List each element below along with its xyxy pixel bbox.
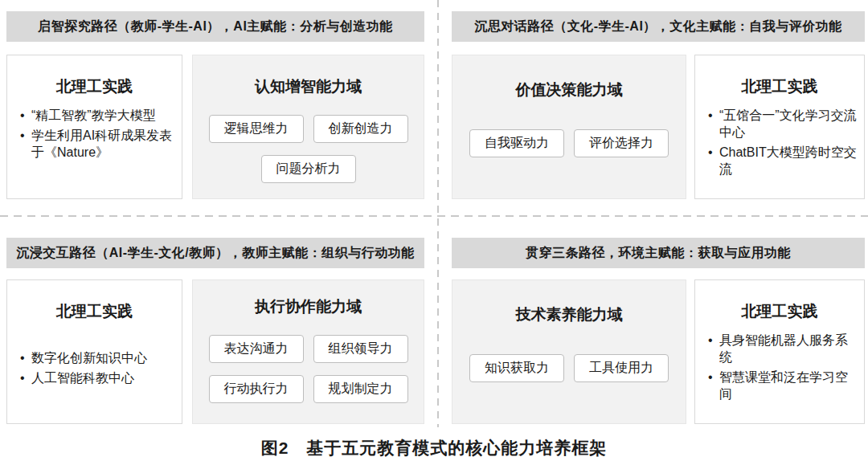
practice-bullet: “精工智教”教学大模型 bbox=[20, 107, 175, 124]
practice-bullet: 智慧课堂和泛在学习空间 bbox=[708, 369, 858, 402]
quadrant-body-bottom-left: 北理工实践 数字化创新知识中心 人工智能科教中心 执行协作能力域 表达沟通力 组… bbox=[6, 279, 424, 424]
capability-chip-self-drive: 自我驱动力 bbox=[469, 129, 564, 157]
quadrant-body-top-right: 价值决策能力域 自我驱动力 评价选择力 北理工实践 “五馆合一”文化学习交流中心… bbox=[452, 55, 865, 199]
practice-box-bottom-right: 北理工实践 具身智能机器人服务系统 智慧课堂和泛在学习空间 bbox=[694, 279, 865, 424]
practice-box-top-right: 北理工实践 “五馆合一”文化学习交流中心 ChatBIT大模型跨时空交流 bbox=[694, 55, 865, 199]
practice-bullet-list: 具身智能机器人服务系统 智慧课堂和泛在学习空间 bbox=[695, 332, 864, 402]
capability-chip-planning: 规划制定力 bbox=[313, 375, 408, 403]
domain-title: 执行协作能力域 bbox=[193, 296, 424, 317]
domain-box-value-decision: 价值决策能力域 自我驱动力 评价选择力 bbox=[452, 55, 686, 199]
capability-chip-tool-use: 工具使用力 bbox=[574, 354, 669, 382]
domain-title: 价值决策能力域 bbox=[452, 80, 686, 100]
quadrant-header-bottom-left: 沉浸交互路径（AI-学生-文化/教师），教师主赋能：组织与行动功能 bbox=[6, 238, 424, 268]
practice-bullet-list: “五馆合一”文化学习交流中心 ChatBIT大模型跨时空交流 bbox=[695, 107, 864, 177]
capability-chip-logical-thinking: 逻辑思维力 bbox=[209, 115, 304, 143]
practice-bullet-list: “精工智教”教学大模型 学生利用AI科研成果发表于《Nature》 bbox=[7, 107, 182, 161]
practice-bullet: 学生利用AI科研成果发表于《Nature》 bbox=[20, 127, 175, 161]
domain-box-cognitive: 认知增智能力域 逻辑思维力 创新创造力 问题分析力 bbox=[192, 55, 424, 199]
vertical-dashed-divider bbox=[437, 0, 439, 427]
quadrant-body-top-left: 北理工实践 “精工智教”教学大模型 学生利用AI科研成果发表于《Nature》 … bbox=[6, 55, 424, 199]
quadrant-header-top-right: 沉思对话路径（文化-学生-AI），文化主赋能：自我与评价功能 bbox=[452, 11, 865, 42]
practice-title: 北理工实践 bbox=[695, 76, 864, 97]
domain-title: 技术素养能力域 bbox=[452, 304, 686, 325]
practice-title: 北理工实践 bbox=[7, 301, 182, 322]
practice-bullet: 数字化创新知识中心 bbox=[20, 349, 175, 366]
capability-chip-knowledge-acquisition: 知识获取力 bbox=[469, 354, 564, 382]
capability-chip-organization-leadership: 组织领导力 bbox=[313, 335, 408, 363]
figure-canvas: 启智探究路径（教师-学生-AI），AI主赋能：分析与创造功能 北理工实践 “精工… bbox=[0, 0, 868, 465]
practice-bullet: 具身智能机器人服务系统 bbox=[708, 332, 858, 365]
quadrant-header-bottom-right: 贯穿三条路径，环境主赋能：获取与应用功能 bbox=[452, 238, 865, 268]
practice-box-bottom-left: 北理工实践 数字化创新知识中心 人工智能科教中心 bbox=[6, 279, 182, 424]
practice-bullet-list: 数字化创新知识中心 人工智能科教中心 bbox=[7, 349, 182, 386]
practice-bullet: ChatBIT大模型跨时空交流 bbox=[708, 144, 858, 177]
practice-bullet: 人工智能科教中心 bbox=[20, 369, 175, 386]
practice-bullet: “五馆合一”文化学习交流中心 bbox=[708, 107, 858, 141]
capability-chip-action-execution: 行动执行力 bbox=[209, 375, 304, 403]
quadrant-body-bottom-right: 技术素养能力域 知识获取力 工具使用力 北理工实践 具身智能机器人服务系统 智慧… bbox=[452, 279, 865, 424]
figure-caption: 图2 基于五元教育模式的核心能力培养框架 bbox=[0, 437, 868, 459]
domain-box-tech-literacy: 技术素养能力域 知识获取力 工具使用力 bbox=[452, 279, 686, 424]
domain-title: 认知增智能力域 bbox=[193, 76, 424, 97]
capability-chip-expression-communication: 表达沟通力 bbox=[209, 335, 304, 363]
horizontal-dashed-divider bbox=[0, 215, 868, 217]
practice-title: 北理工实践 bbox=[695, 301, 864, 322]
capability-chip-problem-analysis: 问题分析力 bbox=[261, 155, 356, 183]
domain-box-executive-collaboration: 执行协作能力域 表达沟通力 组织领导力 行动执行力 规划制定力 bbox=[192, 279, 424, 424]
capability-chip-evaluation-choice: 评价选择力 bbox=[574, 129, 669, 157]
practice-box-top-left: 北理工实践 “精工智教”教学大模型 学生利用AI科研成果发表于《Nature》 bbox=[6, 55, 182, 199]
quadrant-header-top-left: 启智探究路径（教师-学生-AI），AI主赋能：分析与创造功能 bbox=[6, 11, 424, 42]
capability-chip-innovation: 创新创造力 bbox=[313, 115, 408, 143]
practice-title: 北理工实践 bbox=[7, 76, 182, 97]
